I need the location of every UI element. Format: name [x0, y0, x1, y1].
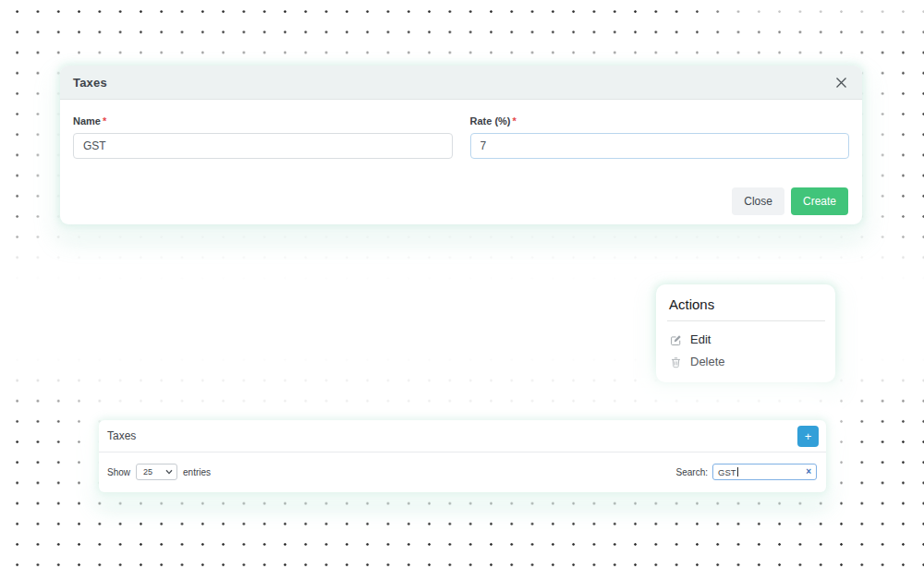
entries-length-control: Show 25 entries	[107, 464, 211, 480]
show-label: Show	[107, 467, 130, 477]
modal-title: Taxes	[73, 76, 107, 90]
create-button[interactable]: Create	[791, 187, 848, 215]
panel-header: Taxes +	[99, 420, 826, 452]
taxes-modal: Taxes Name* Rate (%)* Close Create	[60, 66, 862, 224]
page-background: { "modal": { "title": "Taxes", "fields":…	[0, 0, 924, 567]
actions-menu-title: Actions	[656, 284, 835, 320]
rate-input[interactable]	[470, 133, 850, 159]
menu-item-label: Edit	[690, 332, 711, 347]
search-input-value: GST	[718, 467, 736, 477]
panel-title: Taxes	[107, 429, 136, 442]
text-cursor	[737, 467, 738, 477]
entries-select[interactable]: 25	[136, 464, 177, 480]
edit-pencil-icon	[670, 334, 682, 346]
close-button[interactable]: Close	[732, 187, 784, 215]
menu-item-delete[interactable]: Delete	[656, 351, 835, 373]
search-control: Search: GST ×	[676, 464, 817, 480]
search-label: Search:	[676, 467, 708, 477]
modal-footer: Close Create	[60, 159, 862, 224]
search-input[interactable]: GST ×	[712, 464, 817, 480]
trash-icon	[670, 356, 682, 368]
name-label-text: Name	[73, 115, 101, 127]
close-icon[interactable]	[834, 76, 848, 90]
entries-label: entries	[183, 467, 211, 477]
taxes-panel: Taxes + Show 25 entries Search: GST	[99, 420, 826, 492]
required-asterisk: *	[103, 115, 106, 127]
clear-search-icon[interactable]: ×	[806, 467, 811, 477]
top-right-glow	[716, 0, 924, 24]
rate-label: Rate (%)*	[470, 115, 850, 127]
name-input[interactable]	[73, 133, 453, 159]
actions-menu: Actions Edit Delete	[656, 284, 835, 382]
rate-field-group: Rate (%)*	[470, 115, 850, 159]
modal-header: Taxes	[60, 66, 862, 100]
menu-item-label: Delete	[690, 355, 725, 369]
menu-item-edit[interactable]: Edit	[656, 329, 835, 351]
modal-body: Name* Rate (%)*	[60, 100, 862, 159]
actions-list: Edit Delete	[656, 321, 835, 373]
rate-label-text: Rate (%)	[470, 115, 511, 127]
panel-toolbar: Show 25 entries Search: GST ×	[99, 452, 826, 491]
name-label: Name*	[73, 115, 453, 127]
entries-select-wrap: 25	[136, 464, 177, 480]
add-tax-button[interactable]: +	[797, 426, 819, 447]
name-field-group: Name*	[73, 115, 453, 159]
required-asterisk: *	[513, 115, 517, 127]
